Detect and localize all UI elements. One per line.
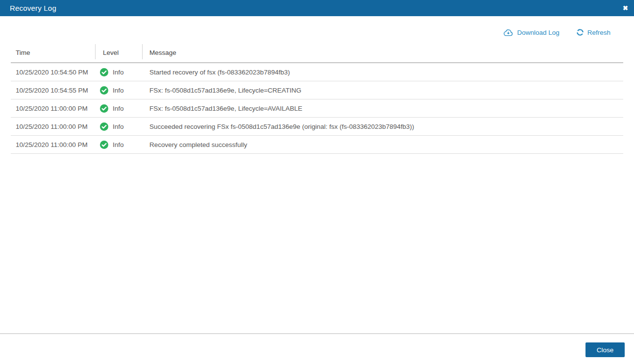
- modal-titlebar: Recovery Log ✖: [0, 0, 634, 16]
- log-time: 10/25/2020 10:54:50 PM: [11, 63, 95, 81]
- log-message: FSx: fs-0508d1c57ad136e9e, Lifecycle=CRE…: [142, 81, 623, 99]
- modal-footer: Close: [0, 333, 634, 364]
- download-log-label: Download Log: [517, 29, 559, 36]
- log-level-label: Info: [113, 123, 124, 130]
- table-row[interactable]: 10/25/2020 10:54:50 PM Info Started reco…: [11, 63, 623, 81]
- success-check-icon: [100, 104, 108, 113]
- download-log-link[interactable]: Download Log: [503, 28, 559, 37]
- log-level: Info: [95, 136, 142, 153]
- log-time: 10/25/2020 10:54:55 PM: [11, 81, 95, 99]
- success-check-icon: [100, 141, 108, 149]
- log-time: 10/25/2020 11:00:00 PM: [11, 118, 95, 135]
- log-message: Recovery completed successfully: [142, 136, 623, 153]
- log-level-label: Info: [113, 69, 124, 76]
- log-level: Info: [95, 118, 142, 135]
- column-header-time[interactable]: Time: [11, 43, 95, 62]
- close-icon[interactable]: ✖: [623, 0, 628, 16]
- log-message: Started recovery of fsx (fs-083362023b78…: [142, 63, 623, 81]
- success-check-icon: [100, 122, 108, 131]
- log-level: Info: [95, 63, 142, 81]
- log-level-label: Info: [113, 141, 124, 148]
- log-table-body: 10/25/2020 10:54:50 PM Info Started reco…: [11, 63, 623, 154]
- modal-content: Download Log Refresh Time Level Message …: [0, 16, 634, 333]
- column-header-message[interactable]: Message: [142, 43, 623, 62]
- log-message: Succeeded recovering FSx fs-0508d1c57ad1…: [142, 118, 623, 135]
- column-header-level[interactable]: Level: [95, 43, 142, 62]
- table-row[interactable]: 10/25/2020 11:00:00 PM Info FSx: fs-0508…: [11, 99, 623, 118]
- log-level-label: Info: [113, 105, 124, 112]
- table-row[interactable]: 10/25/2020 10:54:55 PM Info FSx: fs-0508…: [11, 81, 623, 99]
- recovery-log-table: Time Level Message 10/25/2020 10:54:50 P…: [11, 43, 623, 154]
- log-level: Info: [95, 99, 142, 117]
- log-level: Info: [95, 81, 142, 99]
- log-time: 10/25/2020 11:00:00 PM: [11, 99, 95, 117]
- log-actions: Download Log Refresh: [11, 27, 623, 38]
- log-message: FSx: fs-0508d1c57ad136e9e, Lifecycle=AVA…: [142, 99, 623, 117]
- cloud-download-icon: [503, 28, 513, 37]
- refresh-icon: [576, 28, 584, 36]
- modal-title: Recovery Log: [10, 4, 56, 12]
- success-check-icon: [100, 86, 108, 95]
- table-row[interactable]: 10/25/2020 11:00:00 PM Info Succeeded re…: [11, 118, 623, 136]
- close-button[interactable]: Close: [585, 342, 625, 357]
- refresh-label: Refresh: [587, 29, 610, 36]
- log-level-label: Info: [113, 87, 124, 94]
- success-check-icon: [100, 68, 108, 76]
- refresh-link[interactable]: Refresh: [576, 28, 610, 36]
- log-time: 10/25/2020 11:00:00 PM: [11, 136, 95, 153]
- table-header: Time Level Message: [11, 43, 623, 63]
- table-row[interactable]: 10/25/2020 11:00:00 PM Info Recovery com…: [11, 136, 623, 154]
